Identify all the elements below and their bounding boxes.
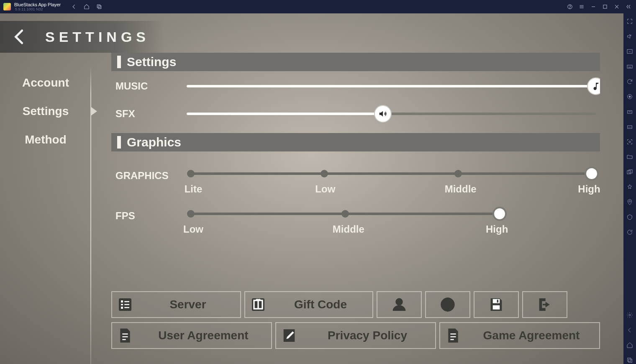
section-title: Settings [127,55,176,69]
user-agreement-button[interactable]: User Agreement [111,322,272,349]
svg-point-21 [629,314,631,316]
svg-rect-46 [450,336,456,338]
graphics-opt-middle: Middle [445,183,470,195]
home-icon[interactable] [83,3,90,10]
game-viewport: SETTINGS Account Settings Method Setting… [0,13,623,364]
location-icon[interactable] [626,198,633,206]
section-header-graphics: Graphics [111,133,600,151]
svg-rect-26 [121,304,123,305]
section-header-settings: Settings [111,53,600,71]
svg-rect-29 [124,304,129,305]
rotate-icon[interactable] [626,228,633,236]
server-label: Server [140,298,236,311]
volume-icon[interactable] [626,33,633,40]
save-button[interactable] [474,291,519,318]
account-button[interactable] [377,291,422,318]
sfx-label: SFX [115,108,187,120]
sfx-slider-thumb[interactable] [374,105,392,123]
collapse-sidebar-icon[interactable] [625,3,632,10]
keyboard-icon[interactable] [626,63,633,70]
sidebar-back-icon[interactable] [626,326,633,334]
header-ribbon: SETTINGS [0,21,165,53]
game-agreement-button[interactable]: Game Agreement [439,322,600,349]
svg-rect-16 [628,126,632,128]
language-button[interactable]: A [425,291,470,318]
gift-icon [249,296,267,313]
globe-icon: A [439,296,456,313]
graphics-slider[interactable]: Lite Low Middle High [187,170,596,195]
privacy-policy-button[interactable]: Privacy Policy [275,322,436,349]
back-icon[interactable] [71,3,77,10]
server-button[interactable]: Server [111,291,241,318]
sidebar-recents-icon[interactable] [626,356,633,364]
fps-opt-middle: Middle [333,223,358,235]
back-button[interactable] [6,23,33,50]
maximize-icon[interactable] [602,3,608,10]
fps-slider-thumb[interactable] [492,207,507,221]
settings-icon[interactable] [626,311,633,319]
user-agreement-label: User Agreement [140,329,267,342]
graphics-opt-high: High [577,183,600,195]
svg-text:A: A [446,306,449,312]
sidebar-home-icon[interactable] [626,341,633,349]
record-icon[interactable] [626,93,633,100]
sidebar-icon-2[interactable] [626,108,633,115]
fps-row: FPS Low Middle High [115,210,596,235]
server-icon [116,296,134,313]
svg-rect-40 [493,305,500,310]
graphics-slider-thumb[interactable] [585,167,599,181]
app-version: 5.9.11.1001 N32 [15,7,61,11]
graphics-opt-low: Low [313,183,338,195]
sidebar-icon-1[interactable] [626,48,633,55]
svg-rect-43 [122,336,128,338]
fullscreen-icon[interactable] [626,18,633,25]
logout-button[interactable] [522,291,567,318]
bluestacks-titlebar: BlueStacks App Player 5.9.11.1001 N32 [0,0,636,13]
nav-item-account[interactable]: Account [0,76,91,90]
screenshot-icon[interactable] [626,138,633,146]
nav-item-method[interactable]: Method [0,133,91,146]
fps-slider[interactable]: Low Middle High [187,210,504,235]
sfx-slider[interactable] [187,105,596,122]
settings-nav: Account Settings Method [0,76,91,146]
logout-icon [536,296,554,313]
sync-icon[interactable] [626,78,633,85]
sidebar-icon-4[interactable] [626,213,633,221]
svg-rect-30 [124,307,129,308]
svg-rect-41 [497,300,498,302]
music-slider[interactable] [187,78,596,95]
folder-icon[interactable] [626,153,633,161]
save-icon [487,296,505,313]
section-title-graphics: Graphics [127,135,181,149]
gift-code-label: Gift Code [273,298,368,311]
game-agreement-label: Game Agreement [468,329,595,342]
svg-rect-33 [257,300,259,309]
svg-point-14 [629,96,631,97]
svg-rect-23 [628,359,632,362]
svg-rect-27 [121,307,123,309]
user-icon [390,296,408,313]
fps-opt-low: Low [181,223,206,235]
svg-rect-0 [97,5,100,8]
nav-item-settings[interactable]: Settings [0,105,91,118]
recents-icon[interactable] [96,3,103,10]
bottom-buttons: Server Gift Code A User Agreement [111,291,600,349]
sidebar-icon-3[interactable] [626,183,633,191]
svg-point-17 [629,141,631,143]
fps-label: FPS [115,210,187,222]
svg-rect-25 [121,300,123,302]
help-icon[interactable] [567,3,573,10]
gift-code-button[interactable]: Gift Code [244,291,373,318]
music-slider-thumb[interactable] [587,77,600,95]
close-icon[interactable] [613,3,620,10]
music-label: MUSIC [115,80,187,92]
bluestacks-logo-icon [3,3,11,10]
menu-icon[interactable] [578,3,585,10]
sfx-row: SFX [115,105,596,122]
minimize-icon[interactable] [590,3,597,10]
multi-instance-icon[interactable] [626,168,633,176]
music-row: MUSIC [115,78,596,95]
svg-rect-22 [628,358,631,361]
apk-icon[interactable] [626,123,633,131]
page-title: SETTINGS [45,29,150,45]
